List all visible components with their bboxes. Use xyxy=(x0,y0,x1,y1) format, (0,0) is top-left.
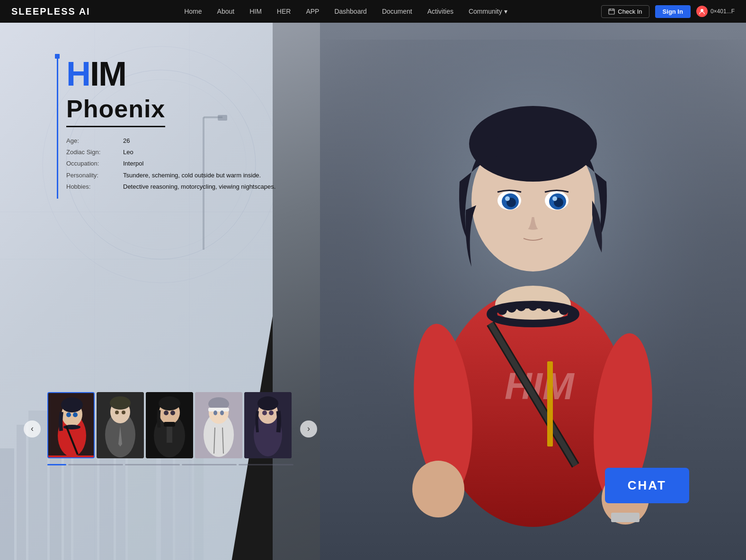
stat-zodiac: Zodiac Sign: Leo xyxy=(66,148,303,157)
stat-age-label: Age: xyxy=(66,137,123,145)
site-logo: SLEEPLESS AI xyxy=(11,6,90,17)
stat-personality-value: Tsundere, scheming, cold outside but war… xyxy=(123,171,261,180)
progress-dot-5 xyxy=(239,464,293,465)
him-letters-im: IM xyxy=(90,55,126,93)
chevron-down-icon: ▾ xyxy=(504,8,507,15)
wallet-avatar xyxy=(696,6,708,17)
progress-dot-2 xyxy=(68,464,123,465)
nav-home[interactable]: Home xyxy=(184,8,202,15)
svg-point-81 xyxy=(170,411,175,415)
main-content: HIM xyxy=(0,0,746,560)
svg-point-52 xyxy=(552,196,557,201)
stat-zodiac-value: Leo xyxy=(123,148,133,157)
stat-hobbies-value: Detective reasoning, motorcycling, viewi… xyxy=(123,183,275,191)
svg-point-38 xyxy=(528,301,538,311)
thumb-4-svg xyxy=(195,392,242,458)
character-thumb-2[interactable] xyxy=(97,392,144,458)
svg-point-89 xyxy=(213,411,217,415)
nav-document[interactable]: Document xyxy=(382,8,412,15)
svg-point-37 xyxy=(516,302,526,311)
stat-age: Age: 26 xyxy=(66,137,303,145)
svg-rect-67 xyxy=(48,456,95,458)
svg-point-4 xyxy=(701,9,703,12)
carousel-progress xyxy=(47,464,293,465)
svg-point-42 xyxy=(568,310,577,320)
svg-point-35 xyxy=(497,306,507,315)
stat-zodiac-label: Zodiac Sign: xyxy=(66,148,123,157)
svg-point-41 xyxy=(559,306,568,315)
svg-point-62 xyxy=(61,397,83,412)
svg-point-72 xyxy=(115,411,119,414)
info-panel: HIM Phoenix Age: 26 Zodiac Sign: Leo Occ… xyxy=(66,57,303,191)
nav-activities[interactable]: Activities xyxy=(427,8,453,15)
carousel-track xyxy=(47,392,293,458)
svg-rect-76 xyxy=(167,426,172,443)
svg-point-71 xyxy=(110,396,131,410)
wallet-address: 0×401...F xyxy=(710,8,735,15)
svg-rect-12 xyxy=(0,448,14,560)
signin-button[interactable]: Sign In xyxy=(655,5,691,18)
svg-rect-13 xyxy=(17,425,26,560)
thumb-3-svg xyxy=(146,392,193,458)
nav-dashboard[interactable]: Dashboard xyxy=(334,8,367,15)
svg-point-64 xyxy=(73,412,78,417)
svg-point-51 xyxy=(505,196,510,201)
person-icon xyxy=(699,8,705,15)
progress-dot-3 xyxy=(125,464,180,465)
character-thumb-5[interactable] xyxy=(244,392,292,458)
character-stats: Age: 26 Zodiac Sign: Leo Occupation: Int… xyxy=(66,137,303,191)
thumb-2-svg xyxy=(97,392,144,458)
thumb-5-svg xyxy=(244,392,292,458)
nav-actions: Check In Sign In 0×401...F xyxy=(601,5,735,18)
svg-point-96 xyxy=(269,411,274,415)
stat-personality: Personality: Tsundere, scheming, cold ou… xyxy=(66,171,303,180)
nav-app[interactable]: APP xyxy=(306,8,319,15)
stat-occupation-value: Interpol xyxy=(123,159,143,168)
character-thumb-1[interactable] xyxy=(47,392,95,458)
stat-age-value: 26 xyxy=(123,137,130,145)
nav-her[interactable]: HER xyxy=(277,8,291,15)
section-title: HIM xyxy=(66,57,303,91)
progress-dot-1 xyxy=(47,464,66,465)
character-thumb-4[interactable] xyxy=(195,392,242,458)
character-name: Phoenix xyxy=(66,95,165,127)
stat-hobbies: Hobbies: Detective reasoning, motorcycli… xyxy=(66,183,303,191)
nav-about[interactable]: About xyxy=(217,8,235,15)
svg-point-39 xyxy=(540,302,550,311)
character-carousel: ‹ xyxy=(47,392,293,465)
progress-dot-4 xyxy=(182,464,237,465)
svg-point-36 xyxy=(507,303,516,313)
carousel-prev-button[interactable]: ‹ xyxy=(24,420,41,438)
svg-rect-79 xyxy=(164,422,175,427)
navbar: SLEEPLESS AI Home About HIM HER APP Dash… xyxy=(0,0,746,23)
character-thumb-3[interactable] xyxy=(146,392,193,458)
nav-him[interactable]: HIM xyxy=(249,8,262,15)
svg-rect-53 xyxy=(547,361,553,446)
nav-links: Home About HIM HER APP Dashboard Documen… xyxy=(184,8,507,15)
svg-point-56 xyxy=(412,461,464,517)
svg-point-78 xyxy=(159,396,180,411)
chat-button[interactable]: CHAT xyxy=(605,468,689,503)
svg-point-40 xyxy=(550,303,559,313)
svg-point-34 xyxy=(488,310,497,320)
svg-point-63 xyxy=(66,412,71,417)
carousel-next-button[interactable]: › xyxy=(300,420,317,438)
stat-occupation-label: Occupation: xyxy=(66,159,123,168)
svg-point-95 xyxy=(262,411,267,415)
svg-rect-88 xyxy=(208,408,229,411)
checkin-button[interactable]: Check In xyxy=(601,5,649,18)
svg-point-80 xyxy=(164,411,169,415)
svg-point-94 xyxy=(258,396,278,411)
svg-point-90 xyxy=(220,411,224,415)
thumb-1-svg xyxy=(48,393,95,458)
svg-point-73 xyxy=(122,411,125,414)
wallet-section: 0×401...F xyxy=(696,6,735,17)
nav-community[interactable]: Community ▾ xyxy=(469,8,507,15)
stat-occupation: Occupation: Interpol xyxy=(66,159,303,168)
svg-rect-58 xyxy=(611,513,639,522)
stat-personality-label: Personality: xyxy=(66,171,123,180)
accent-line xyxy=(57,57,58,199)
calendar-icon xyxy=(608,8,615,15)
stat-hobbies-label: Hobbies: xyxy=(66,183,123,191)
him-letter-h: H xyxy=(66,55,90,93)
